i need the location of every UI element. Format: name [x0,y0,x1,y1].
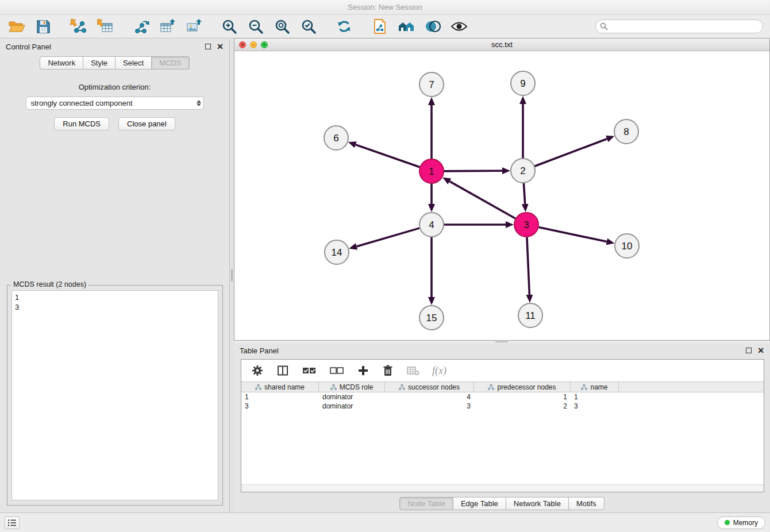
column-header-shared-name[interactable]: shared name [241,382,319,392]
node-label-10: 10 [622,241,633,252]
column-header-predecessor-nodes[interactable]: predecessor nodes [474,382,571,392]
edge-1-2[interactable] [444,171,502,171]
float-table-panel-icon[interactable] [746,348,752,353]
tab-motifs[interactable]: Motifs [569,497,605,510]
table-cell: 1 [474,392,571,402]
tab-network-table[interactable]: Network Table [506,497,569,510]
table-settings-button[interactable] [251,364,264,377]
table-cell: 2 [474,402,571,411]
table-cell: 3 [571,402,619,411]
column-header-MCDS-role[interactable]: MCDS role [319,382,385,392]
table-row[interactable]: 1dominator411 [241,392,764,402]
float-panel-icon[interactable] [205,44,211,49]
minimize-window-icon[interactable]: – [250,41,257,48]
table-cell: 3 [241,402,319,411]
run-mcds-button[interactable]: Run MCDS [54,117,109,130]
vertical-splitter[interactable] [230,39,234,512]
table-row[interactable]: 3dominator323 [241,402,764,411]
main-toolbar [0,15,770,38]
add-row-button[interactable] [356,364,370,377]
close-window-icon[interactable]: ✕ [239,41,246,48]
import-network-button[interactable] [69,17,88,36]
venn-style-icon [424,20,441,33]
deselect-all-button[interactable] [329,364,345,377]
import-table-button[interactable] [95,17,115,36]
open-session-button[interactable] [7,17,26,36]
close-table-panel-icon[interactable]: ✕ [757,347,764,354]
horizontal-scrollbar[interactable] [241,484,764,492]
node-label-8: 8 [623,126,629,137]
show-columns-button[interactable] [276,364,290,377]
window-title: Session: New Session [0,0,770,15]
table-cell: 1 [571,392,619,402]
save-session-button[interactable] [33,17,53,36]
columns-icon [277,365,288,376]
column-label: shared name [264,383,305,391]
gear-icon [252,365,263,376]
memory-button[interactable]: Memory [717,516,765,529]
node-label-15: 15 [426,313,437,323]
clone-network-button[interactable] [370,17,390,36]
tab-node-table[interactable]: Node Table [399,497,453,510]
network-canvas[interactable]: 7968124314101511 [234,51,769,340]
delete-table-icon [407,365,419,376]
column-label: successor nodes [408,383,460,391]
criterion-value: strongly connected component [31,99,133,107]
zoom-in-button[interactable] [220,17,239,36]
result-line: 3 [15,302,215,312]
select-all-button[interactable] [301,364,317,377]
tab-style[interactable]: Style [83,56,116,70]
close-panel-button[interactable]: Close panel [118,117,175,130]
trash-icon [383,365,393,376]
close-panel-icon[interactable]: ✕ [217,43,224,50]
export-table-button[interactable] [157,17,177,36]
houses-icon [397,19,415,34]
result-line: 1 [15,292,215,302]
export-network-button[interactable] [131,17,151,36]
mcds-result-list[interactable]: 13 [11,290,218,500]
table-body: 1dominator4113dominator323 [241,392,764,411]
tab-network[interactable]: Network [40,56,83,70]
apply-style-button[interactable] [423,17,442,36]
panel-menu-button[interactable] [5,516,20,529]
status-bar: Memory [0,512,770,532]
tab-edge-table[interactable]: Edge Table [453,497,506,510]
search-input[interactable] [595,20,763,33]
plus-icon [357,365,369,376]
column-header-name[interactable]: name [571,382,619,392]
delete-row-button[interactable] [382,364,394,377]
function-builder-button[interactable]: f(x) [432,365,446,377]
first-neighbors-button[interactable] [396,17,416,36]
control-panel-tabs: NetworkStyleSelectMCDS [0,56,229,70]
maximize-window-icon[interactable]: + [261,41,268,48]
export-image-icon [186,18,202,34]
zoom-fit-button[interactable] [272,17,292,36]
zoom-out-button[interactable] [246,17,265,36]
edge-3-1[interactable] [449,182,515,219]
edge-2-8[interactable] [535,139,607,167]
memory-status-icon [725,520,730,525]
table-toolbar: f(x) [241,360,764,381]
edge-4-14[interactable] [357,228,419,246]
import-table-icon [97,18,113,34]
tab-select[interactable]: Select [116,56,152,70]
edge-3-10[interactable] [539,228,607,242]
table-header-row: shared nameMCDS rolesuccessor nodesprede… [241,381,764,392]
export-image-button[interactable] [184,17,203,36]
column-header-successor-nodes[interactable]: successor nodes [385,382,474,392]
edge-1-6[interactable] [356,145,419,167]
table-cell: 3 [385,402,474,411]
zoom-selected-button[interactable] [299,17,318,36]
table-cell: dominator [319,392,385,402]
tab-mcds[interactable]: MCDS [152,56,189,70]
edge-2-3[interactable] [523,183,525,204]
criterion-dropdown[interactable]: strongly connected component [26,97,204,110]
search-icon [600,22,608,30]
refresh-layout-button[interactable] [334,17,354,36]
edge-3-11[interactable] [527,237,529,295]
memory-label: Memory [733,519,758,527]
delete-table-button[interactable] [406,364,421,377]
node-label-6: 6 [333,133,338,144]
show-graphics-details-button[interactable] [449,17,469,36]
control-panel-title: Control Panel [6,43,51,51]
